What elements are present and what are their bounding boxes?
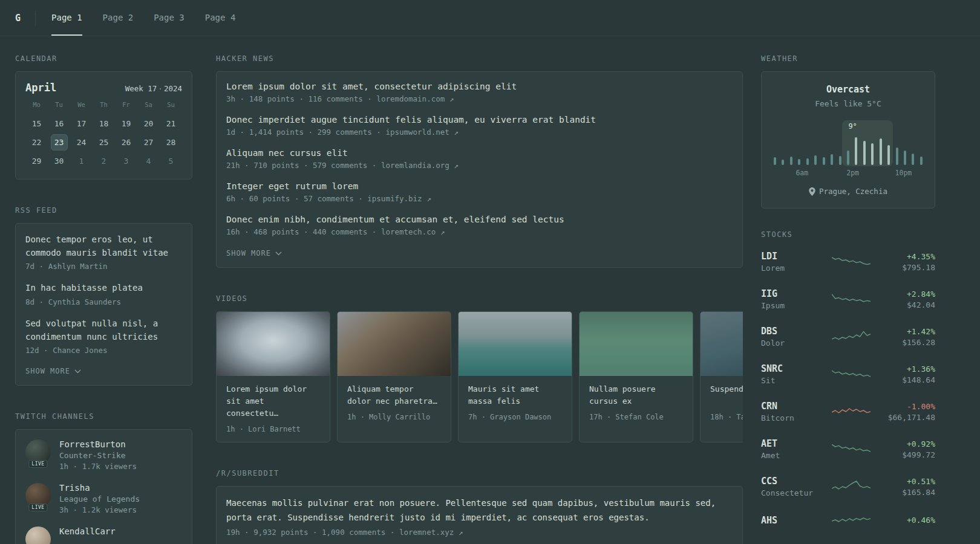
stock-sparkline: [820, 366, 882, 382]
hn-show-more-button[interactable]: SHOW MORE: [226, 249, 282, 257]
stock-symbol[interactable]: DBS: [761, 326, 820, 337]
top-nav: G Page 1Page 2Page 3Page 4: [0, 0, 980, 36]
rss-item: Sed volutpat nulla nisl, a condimentum n…: [25, 317, 182, 355]
twitch-channel[interactable]: LIVEForrestBurtonCounter-Strike1h · 1.7k…: [25, 439, 182, 471]
stock-symbol[interactable]: IIG: [761, 288, 820, 299]
weather-location: Prague, Czechia: [771, 187, 925, 196]
video-card[interactable]: Lorem ipsum dolor sit amet consectetu…1h…: [216, 311, 330, 442]
hn-item-domain[interactable]: loremlandia.org: [381, 161, 449, 170]
video-card[interactable]: Suspendisse diam18h · Tara: [700, 311, 743, 442]
video-title[interactable]: Suspendisse diam: [710, 383, 743, 407]
rss-item-title[interactable]: Sed volutpat nulla nisl, a condimentum n…: [25, 317, 182, 343]
twitch-channel[interactable]: LIVETrishaLeague of Legends3h · 1.2k vie…: [25, 483, 182, 514]
live-badge: LIVE: [28, 504, 47, 511]
stock-info: DBSDolor: [761, 326, 820, 348]
stock-price: $66,171.48: [882, 413, 935, 422]
stock-row[interactable]: CCSConsectetur+0.51%$165.84: [761, 476, 935, 497]
twitch-channel-name[interactable]: Trisha: [59, 483, 140, 493]
stock-symbol[interactable]: LDI: [761, 251, 820, 262]
rss-item-title[interactable]: In hac habitasse platea: [25, 282, 182, 295]
video-title[interactable]: Lorem ipsum dolor sit amet consectetu…: [226, 383, 320, 419]
video-meta: 7h · Grayson Dawson: [468, 413, 562, 421]
video-card-body: Lorem ipsum dolor sit amet consectetu…1h…: [217, 376, 330, 442]
hn-item-title[interactable]: Aliquam nec cursus elit: [226, 148, 733, 158]
weather-bar: [790, 157, 792, 165]
stock-row[interactable]: SNRCSit+1.36%$148.64: [761, 363, 935, 385]
stock-row[interactable]: IIGIpsum+2.84%$42.04: [761, 288, 935, 310]
calendar-separator: ·: [158, 84, 163, 93]
tab-page-4[interactable]: Page 4: [205, 0, 236, 36]
stock-symbol[interactable]: AET: [761, 438, 820, 449]
stock-info: SNRCSit: [761, 363, 820, 385]
stock-name: Dolor: [761, 338, 820, 348]
hn-item-domain[interactable]: loremdomain.com: [376, 94, 445, 103]
hn-item-domain[interactable]: ipsumify.biz: [367, 194, 422, 203]
external-link-icon: ↗: [449, 161, 459, 170]
calendar-day: 2: [93, 153, 115, 169]
stock-symbol[interactable]: CRN: [761, 401, 820, 412]
subreddit-post[interactable]: Maecenas mollis pulvinar erat non posuer…: [226, 496, 733, 536]
video-card[interactable]: Nullam posuere cursus ex17h · Stefan Col…: [579, 311, 693, 442]
hn-item-title[interactable]: Donec imperdiet augue tincidunt felis al…: [226, 115, 733, 125]
rss-show-more-button[interactable]: SHOW MORE: [25, 367, 81, 375]
stock-symbol[interactable]: AHS: [761, 515, 820, 526]
sparkline-chart: [832, 479, 871, 494]
stock-row[interactable]: CRNBitcorn-1.00%$66,171.48: [761, 401, 935, 423]
video-title[interactable]: Mauris sit amet massa felis: [468, 383, 562, 407]
sparkline-chart: [832, 366, 871, 382]
hn-item-meta: 21h · 710 points · 579 comments · loreml…: [226, 161, 733, 170]
video-thumbnail: [459, 312, 572, 376]
hn-item-title[interactable]: Integer eget rutrum lorem: [226, 181, 733, 191]
video-card[interactable]: Aliquam tempor dolor nec pharetra…1h · M…: [337, 311, 451, 442]
rss-item: Donec tempor eros leo, ut commodo mauris…: [25, 233, 182, 271]
video-thumbnail: [701, 312, 743, 376]
calendar-day: 29: [25, 153, 48, 169]
tab-page-3[interactable]: Page 3: [154, 0, 185, 36]
nav-tabs: Page 1Page 2Page 3Page 4: [51, 0, 235, 36]
video-title[interactable]: Nullam posuere cursus ex: [589, 383, 683, 407]
location-pin-icon: [809, 187, 815, 196]
rss-item-title[interactable]: Donec tempor eros leo, ut commodo mauris…: [25, 233, 182, 259]
video-card[interactable]: Mauris sit amet massa felis7h · Grayson …: [458, 311, 572, 442]
calendar-day: 15: [25, 115, 48, 132]
stock-values: +0.46%: [882, 516, 935, 526]
calendar-day: 27: [137, 134, 160, 151]
stock-row[interactable]: AHS+0.46%: [761, 513, 935, 529]
calendar-day: 28: [160, 134, 182, 151]
stock-row[interactable]: AETAmet+0.92%$499.72: [761, 438, 935, 460]
subreddit-post-title[interactable]: Maecenas mollis pulvinar erat non posuer…: [226, 496, 733, 524]
subreddit-post-domain[interactable]: loremnet.xyz: [399, 528, 454, 537]
hn-item-title[interactable]: Donec enim nibh, condimentum et accumsan…: [226, 215, 733, 224]
twitch-card: LIVEForrestBurtonCounter-Strike1h · 1.7k…: [15, 429, 192, 544]
stock-row[interactable]: DBSDolor+1.42%$156.28: [761, 326, 935, 348]
weather-widget: WEATHER Overcast Feels like 5°C 9° 6am2p…: [761, 54, 935, 209]
video-card-body: Suspendisse diam18h · Tara: [701, 376, 743, 430]
weather-bar: [823, 157, 825, 165]
stock-symbol[interactable]: SNRC: [761, 363, 820, 374]
stock-values: -1.00%$66,171.48: [882, 402, 935, 422]
hn-item-domain[interactable]: loremtech.co: [381, 227, 436, 236]
stock-price: $148.64: [882, 375, 935, 384]
stock-row[interactable]: LDILorem+4.35%$795.18: [761, 251, 935, 273]
calendar-day: 3: [115, 153, 137, 169]
calendar-day: 19: [115, 115, 137, 132]
video-title[interactable]: Aliquam tempor dolor nec pharetra…: [347, 383, 441, 407]
weather-bar: [798, 159, 800, 165]
calendar-day-header: Fr: [115, 101, 137, 113]
calendar-day-selected: 23: [48, 134, 70, 151]
calendar-day: 4: [137, 153, 160, 169]
hn-item-title[interactable]: Lorem ipsum dolor sit amet, consectetur …: [226, 82, 733, 91]
twitch-channel-name[interactable]: KendallCarr: [59, 526, 116, 536]
twitch-channel-name[interactable]: ForrestBurton: [59, 439, 137, 449]
twitch-channel-meta: 3h · 1.2k viewers: [59, 505, 140, 514]
hn-show-more-label: SHOW MORE: [226, 249, 271, 257]
stocks-list: LDILorem+4.35%$795.18IIGIpsum+2.84%$42.0…: [761, 247, 935, 529]
weather-card: Overcast Feels like 5°C 9° 6am2pm10pm Pr…: [761, 71, 935, 209]
twitch-channel[interactable]: LIVEKendallCarr: [25, 526, 182, 544]
stock-symbol[interactable]: CCS: [761, 476, 820, 487]
subreddit-post-meta: 19h · 9,932 points · 1,090 comments · lo…: [226, 528, 733, 537]
tab-page-1[interactable]: Page 1: [51, 0, 82, 36]
hn-item-domain[interactable]: ipsumworld.net: [385, 128, 449, 137]
tab-page-2[interactable]: Page 2: [103, 0, 134, 36]
calendar-day-header: Sa: [137, 101, 160, 113]
